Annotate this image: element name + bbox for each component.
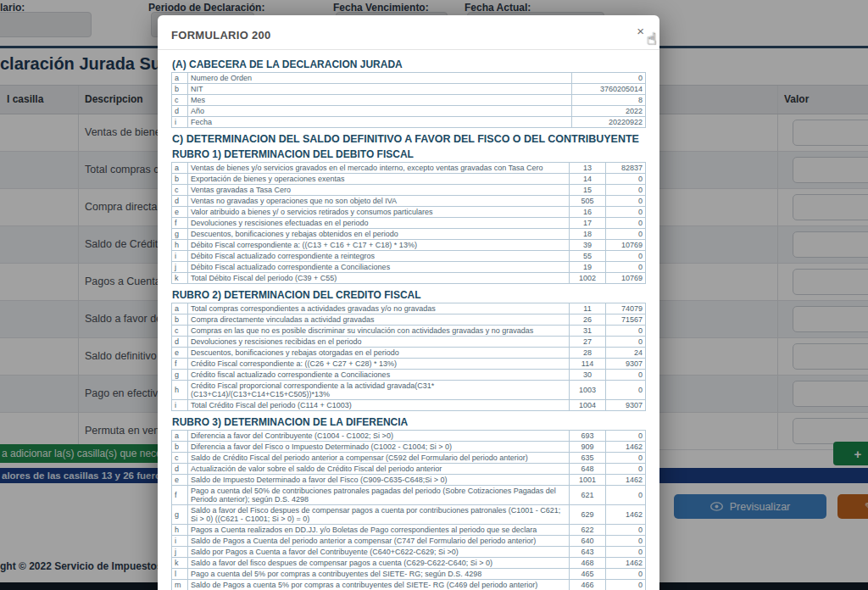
close-icon[interactable]: ×	[632, 24, 649, 38]
row-casilla-number: 635	[570, 453, 606, 464]
row-description: Compra directamente vinculadas a activid…	[188, 314, 570, 326]
rubro-3-title: RUBRO 3) DETERMINACION DE LA DIFERENCIA	[171, 415, 646, 430]
row-description: Saldo de Pagos a cuenta 5% por compras a…	[188, 580, 570, 590]
form-row: aTotal compras correspondientes a activi…	[172, 303, 646, 314]
row-description: Saldo de Pagos a Cuenta del periodo ante…	[188, 536, 570, 547]
row-casilla-number: 30	[570, 370, 606, 381]
form-row: kTotal Débito Fiscal del periodo (C39 + …	[172, 273, 646, 284]
row-letter: h	[172, 525, 188, 536]
row-value: 0	[606, 431, 646, 442]
row-letter: f	[172, 359, 188, 370]
row-casilla-number: 26	[570, 314, 606, 326]
form-row: fDevoluciones y rescisiones efectuadas e…	[172, 218, 646, 229]
form-row: hCrédito Fiscal proporcional correspondi…	[172, 381, 646, 400]
row-casilla-number: 466	[570, 580, 606, 590]
row-value: 0	[606, 536, 646, 547]
row-letter: k	[172, 558, 188, 569]
row-casilla-number: 505	[570, 196, 606, 207]
row-value: 0	[606, 196, 646, 207]
row-casilla-number: 19	[570, 262, 606, 273]
rubro-2-table: aTotal compras correspondientes a activi…	[171, 303, 646, 411]
row-casilla-number: 39	[570, 240, 606, 251]
rubro-3-table: aDiferencia a favor del Contribuyente (C…	[171, 430, 646, 590]
row-letter: g	[172, 370, 188, 381]
cabecera-row: iFecha20220922	[172, 117, 646, 128]
form-row: bDiferencia a favor del Fisco o Impuesto…	[172, 442, 646, 453]
form-row: gDescuentos, bonificaciones y rebajas ob…	[172, 229, 646, 240]
row-label: Año	[188, 106, 572, 117]
form-row: iTotal Crédito Fiscal del periodo (C114 …	[172, 400, 646, 411]
cabecera-row: aNumero de Orden0	[172, 73, 646, 84]
row-letter: a	[172, 163, 188, 174]
rubro-1-title: RUBRO 1) DETERMINACION DEL DEBITO FISCAL	[171, 147, 646, 162]
row-letter: e	[172, 475, 188, 486]
row-letter: f	[172, 486, 188, 505]
form-row: lPago a cuenta del 5% por compras a cont…	[172, 569, 646, 580]
form-row: hDébito Fiscal correspondiente a: ((C13 …	[172, 240, 646, 251]
row-description: Total compras correspondientes a activid…	[188, 303, 570, 314]
row-value: 0	[606, 370, 646, 381]
row-letter: g	[172, 505, 188, 525]
row-description: Valor atribuido a bienes y/ o servicios …	[188, 207, 570, 218]
row-value: 0	[606, 207, 646, 218]
row-label: Numero de Orden	[188, 73, 572, 84]
row-label: Mes	[188, 95, 572, 106]
rubro-2-title: RUBRO 2) DETERMINACION DEL CREDITO FISCA…	[171, 287, 646, 303]
row-description: Diferencia a favor del Fisco o Impuesto …	[188, 442, 570, 453]
form-row: cVentas gravadas a Tasa Cero150	[172, 185, 646, 196]
form-row: bCompra directamente vinculadas a activi…	[172, 314, 646, 326]
form-row: hPagos a Cuenta realizados en DD.JJ. y/o…	[172, 525, 646, 536]
row-casilla-number: 17	[570, 218, 606, 229]
row-letter: c	[172, 95, 188, 106]
row-value: 1462	[606, 505, 646, 525]
row-letter: h	[172, 381, 188, 400]
formulario-200-modal: FORMULARIO 200 × ☝ (A) CABECERA DE LA DE…	[158, 15, 659, 590]
row-description: Devoluciones y rescisiones efectuadas en…	[188, 218, 570, 229]
row-description: Crédito Fiscal correspondiente a: ((C26 …	[188, 359, 570, 370]
row-letter: j	[172, 262, 188, 273]
form-row: cSaldo de Crédito Fiscal del periodo ant…	[172, 453, 646, 464]
row-value: 9307	[606, 400, 646, 411]
form-row: eValor atribuido a bienes y/ o servicios…	[172, 207, 646, 218]
form-row: aDiferencia a favor del Contribuyente (C…	[172, 431, 646, 442]
row-description: Pago a cuenta del 50% de contribuciones …	[188, 486, 570, 505]
row-letter: d	[172, 337, 188, 348]
row-value: 1462	[606, 475, 646, 486]
row-casilla-number: 1003	[570, 381, 606, 400]
row-letter: i	[172, 251, 188, 262]
row-letter: f	[172, 218, 188, 229]
row-casilla-number: 648	[570, 464, 606, 475]
row-letter: b	[172, 314, 188, 326]
row-letter: b	[172, 174, 188, 185]
row-value: 0	[606, 569, 646, 580]
row-letter: i	[172, 117, 188, 128]
form-row: gSaldo a favor del Fisco despues de comp…	[172, 505, 646, 525]
row-description: Descuentos, bonificaciones y rebajas oto…	[188, 348, 570, 359]
row-description: Crédito fiscal actualizado correspondien…	[188, 370, 570, 381]
cabecera-row: dAño2022	[172, 106, 646, 117]
row-value: 0	[606, 251, 646, 262]
row-letter: d	[172, 196, 188, 207]
form-row: dActualización de valor sobre el saldo d…	[172, 464, 646, 475]
row-description: Débito Fiscal actualizado correspondient…	[188, 251, 570, 262]
form-row: iSaldo de Pagos a Cuenta del periodo ant…	[172, 536, 646, 547]
row-letter: d	[172, 106, 188, 117]
row-value: 0	[606, 326, 646, 337]
row-value: 20220922	[572, 117, 646, 128]
row-value: 0	[606, 174, 646, 185]
row-value: 71567	[606, 314, 646, 326]
row-casilla-number: 114	[570, 359, 606, 370]
rubro-1-table: aVentas de bienes y/o servicios gravados…	[171, 162, 646, 284]
cabecera-row: cMes8	[172, 95, 646, 106]
row-letter: b	[172, 442, 188, 453]
row-description: Crédito Fiscal proporcional correspondie…	[188, 381, 570, 400]
row-description: Descuentos, bonificaciones y rebajas obt…	[188, 229, 570, 240]
row-casilla-number: 621	[570, 486, 606, 505]
form-row: cCompras en las que no es posible discri…	[172, 326, 646, 337]
row-value: 0	[606, 580, 646, 590]
row-description: Saldo de Crédito Fiscal del periodo ante…	[188, 453, 570, 464]
row-letter: g	[172, 229, 188, 240]
row-casilla-number: 468	[570, 558, 606, 569]
row-description: Débito Fiscal actualizado correspondient…	[188, 262, 570, 273]
row-casilla-number: 640	[570, 536, 606, 547]
